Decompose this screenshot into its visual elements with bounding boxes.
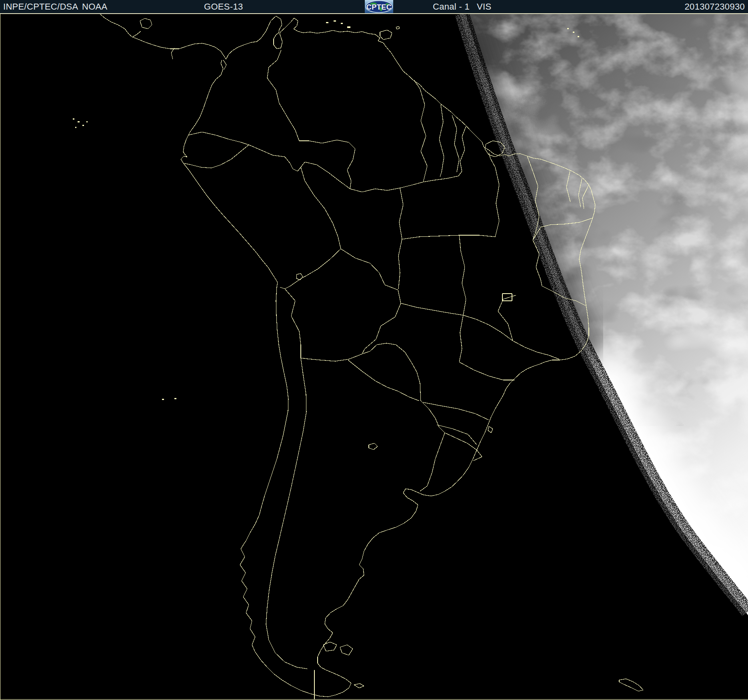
noaa-label: NOAA bbox=[82, 0, 108, 13]
satellite-map bbox=[0, 14, 748, 700]
cptec-logo-text: CPTEC bbox=[366, 3, 392, 11]
cptec-logo-icon: CPTEC bbox=[365, 0, 393, 13]
timestamp-label: 201307230930 bbox=[685, 0, 745, 13]
channel-label: Canal - 1 bbox=[433, 0, 470, 13]
agency-label: INPE/CPTEC/DSA bbox=[3, 0, 78, 13]
header-bar: INPE/CPTEC/DSA NOAA GOES-13 Canal - 1 VI… bbox=[0, 0, 748, 13]
goes13-vis-image bbox=[0, 14, 748, 700]
band-label: VIS bbox=[477, 0, 491, 13]
satellite-image-screen: INPE/CPTEC/DSA NOAA GOES-13 Canal - 1 VI… bbox=[0, 0, 748, 700]
satellite-label: GOES-13 bbox=[204, 0, 243, 13]
